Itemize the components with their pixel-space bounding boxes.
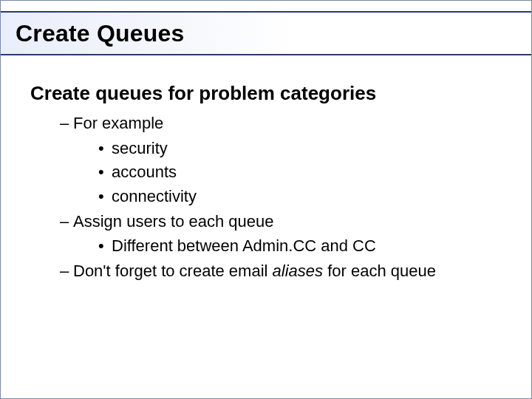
slide-title: Create Queues xyxy=(16,20,184,47)
italic-aliases: aliases xyxy=(273,262,328,280)
bullet-for-example: For example xyxy=(60,112,502,134)
bullet-diff-admincc: Different between Admin.CC and CC xyxy=(98,235,502,257)
title-bar: Create Queues xyxy=(1,11,531,55)
bullet-assign-users: Assign users to each queue xyxy=(60,211,502,233)
bullet-accounts: accounts xyxy=(98,161,502,183)
bullet-connectivity: connectivity xyxy=(98,185,502,208)
text-segment: for each queue xyxy=(327,262,436,280)
slide-body: Create queues for problem categories For… xyxy=(30,82,502,285)
slide: Create Queues Create queues for problem … xyxy=(0,0,532,399)
body-heading: Create queues for problem categories xyxy=(30,82,502,105)
bullet-dont-forget: Don't forget to create email aliases for… xyxy=(60,260,502,282)
bullet-security: security xyxy=(98,137,502,160)
text-segment: Don't forget to create email xyxy=(73,262,273,280)
